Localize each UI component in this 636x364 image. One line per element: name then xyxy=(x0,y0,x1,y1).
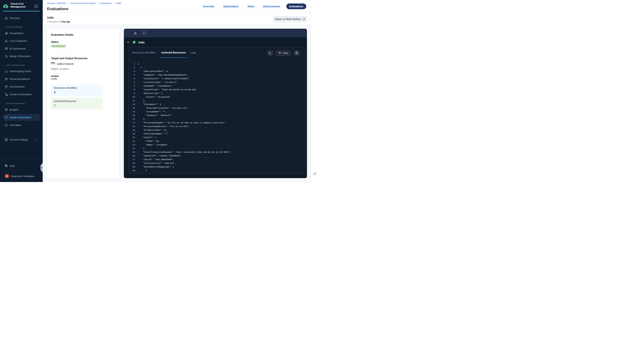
svg-text:aws: aws xyxy=(51,62,55,64)
svg-text:$: $ xyxy=(6,109,7,110)
svg-text:$: $ xyxy=(6,116,7,118)
svg-text:?: ? xyxy=(6,165,7,166)
svg-text:$: $ xyxy=(5,5,7,8)
